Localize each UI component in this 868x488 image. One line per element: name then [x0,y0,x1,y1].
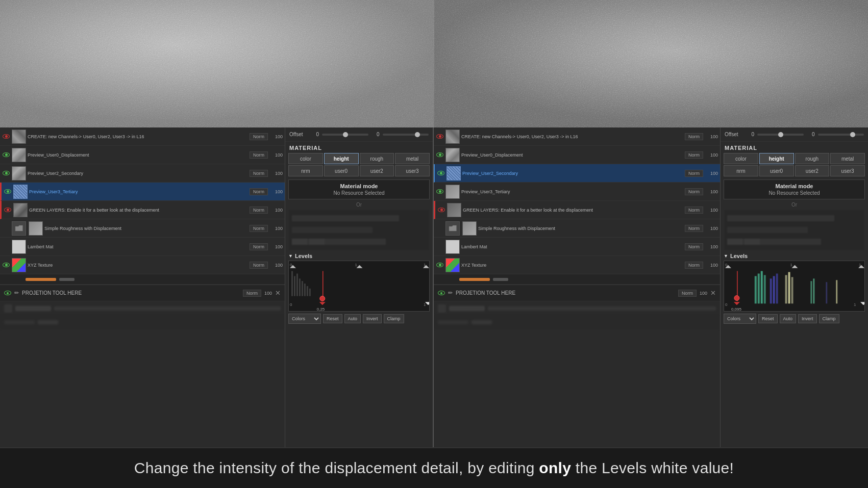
eye-icon[interactable] [4,206,12,214]
auto-button-left[interactable]: Auto [344,314,361,323]
r-auto-button[interactable]: Auto [780,314,797,323]
r-slider-thumb2[interactable] [850,132,855,137]
r-clamp-button[interactable]: Clamp [819,314,839,323]
tab-color[interactable]: color [288,153,323,164]
layer-blend[interactable]: Norm [250,262,268,269]
layer-blend[interactable]: Norm [250,225,268,232]
proj-blend[interactable]: Norm [243,290,261,297]
pencil-icon[interactable]: ✏ [14,290,19,296]
r-tab-height[interactable]: height [759,153,794,164]
tab-height[interactable]: height [324,153,359,164]
layer-blend[interactable]: Norm [250,188,268,195]
r-eye-empty[interactable] [436,224,444,233]
r-layer-item[interactable]: Lambert Mat Norm 100 [434,238,720,256]
layer-item[interactable]: CREATE: new Channels-> User0, User2, Use… [0,127,285,146]
layer-blend[interactable]: Norm [250,170,268,177]
layer-item[interactable]: Lambert Mat Norm 100 [0,238,285,256]
r-tab-user2[interactable]: user2 [795,165,830,176]
r-layer-blend[interactable]: Norm [685,151,703,159]
layer-opacity: 100 [269,263,283,268]
r-layer-blend[interactable]: Norm [685,207,703,214]
r-close-icon[interactable]: ✕ [710,289,716,297]
r-layer-blend[interactable]: Norm [685,225,703,232]
eye-icon[interactable] [2,169,10,177]
layer-item[interactable]: Simple Roughness with Displacement Norm … [0,219,285,238]
reset-button-left[interactable]: Reset [323,314,342,323]
r-offset-slider1[interactable] [757,134,804,136]
projection-tool: ✏ PROJETION TOOL HERE Norm 100 ✕ [0,285,285,301]
r-proj-blend[interactable]: Norm [678,290,697,297]
r-layer-item[interactable]: CREATE: new Channels-> User0, User2, Use… [434,127,720,146]
r-slider-thumb1[interactable] [778,132,783,137]
r-tab-rough[interactable]: rough [795,153,830,164]
slider-thumb1[interactable] [343,132,348,137]
offset-slider1[interactable] [322,134,368,136]
tab-user2[interactable]: user2 [360,165,394,176]
r-layer-item[interactable]: XYZ Texture Norm 100 [434,256,720,274]
levels-header-left[interactable]: ▼ Levels [288,253,430,259]
r-colors-select[interactable]: Colors [724,314,756,324]
tab-nrm[interactable]: nrm [288,165,323,176]
r-eye-icon[interactable] [437,169,445,177]
slider-thumb2[interactable] [415,132,420,137]
layer-item[interactable]: Preview_User0_Displacement Norm 100 [0,146,285,164]
r-pencil-icon[interactable]: ✏ [448,290,453,296]
layer-item[interactable]: Preview_User2_Secondary Norm 100 [0,164,285,183]
r-layer-item[interactable]: Preview_User0_Displacement Norm 100 [434,146,720,164]
eye-icon[interactable] [2,151,10,159]
r-invert-button[interactable]: Invert [798,314,817,323]
svg-rect-42 [813,278,814,303]
r-layer-item[interactable]: Preview_User3_Tertiary Norm 100 [434,183,720,201]
r-eye-icon[interactable] [436,133,444,141]
layer-blend[interactable]: Norm [250,243,268,250]
r-proj-eye[interactable] [438,291,445,295]
r-tab-user0[interactable]: user0 [759,165,794,176]
r-levels-header[interactable]: ▼ Levels [724,253,865,259]
r-tab-user3[interactable]: user3 [830,165,865,176]
r-eye-icon[interactable] [436,188,444,196]
layer-item[interactable]: GREEN LAYERS: Enable it for a better loo… [0,201,285,219]
layer-blend[interactable]: Norm [250,207,268,214]
eye-icon[interactable] [4,188,12,196]
r-tab-color[interactable]: color [724,153,758,164]
r-reset-button[interactable]: Reset [758,314,778,323]
layer-blend[interactable]: Norm [250,133,268,140]
r-eye-empty2[interactable] [436,243,444,251]
clamp-button-left[interactable]: Clamp [384,314,404,323]
eye-icon[interactable] [2,261,10,269]
r-layer-blend[interactable]: Norm [685,243,703,250]
r-tab-metal[interactable]: metal [830,153,865,164]
r-layer-item[interactable]: Simple Roughness with Displacement Norm … [434,219,720,238]
offset-slider2[interactable] [383,134,429,136]
tab-user0[interactable]: user0 [324,165,359,176]
r-eye-icon[interactable] [436,261,444,269]
colors-select-left[interactable]: Colors [288,314,321,324]
eye-icon-empty[interactable] [2,224,10,233]
eye-icon[interactable] [2,133,10,141]
tab-rough[interactable]: rough [360,153,394,164]
r-layer-blend[interactable]: Norm [685,262,703,269]
r-layer-blend[interactable]: Norm [685,133,703,140]
r-tab-nrm[interactable]: nrm [724,165,758,176]
r-layer-blend[interactable]: Norm [685,170,703,177]
svg-rect-12 [296,274,298,296]
r-levels-canvas[interactable]: 0 1 1 [724,261,865,312]
r-eye-icon[interactable] [436,151,444,159]
r-eye-icon[interactable] [437,206,445,214]
layer-blend[interactable]: Norm [250,151,268,159]
close-icon[interactable]: ✕ [275,289,281,297]
proj-eye[interactable] [4,291,11,295]
r-layer-item-selected[interactable]: Preview_User2_Secondary Norm 100 [434,164,720,183]
r-layer-blend[interactable]: Norm [685,188,703,195]
r-offset-row: Offset 0 0 [721,127,868,142]
r-layer-item[interactable]: GREEN LAYERS: Enable it for a better loo… [434,201,720,219]
tab-metal[interactable]: metal [395,153,430,164]
tab-user3[interactable]: user3 [395,165,430,176]
invert-button-left[interactable]: Invert [363,314,382,323]
levels-canvas-left[interactable]: 0 1 1 [288,261,430,312]
r-offset-slider2[interactable] [818,134,864,136]
eye-icon-empty[interactable] [2,243,10,251]
right-layer-panel: CREATE: new Channels-> User0, User2, Use… [434,127,720,447]
layer-item[interactable]: XYZ Texture Norm 100 [0,256,285,274]
layer-item-selected[interactable]: Preview_User3_Tertiary Norm 100 [0,183,285,201]
